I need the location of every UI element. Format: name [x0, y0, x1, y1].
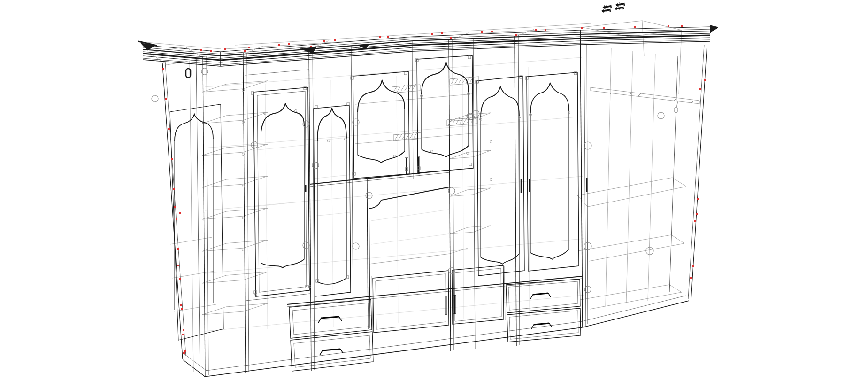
shelf-pin-circles-circle — [242, 89, 245, 92]
dark-structure-path — [287, 276, 582, 304]
carcass-gray-structure-path — [642, 21, 644, 56]
hardware-fastener-screws-path — [623, 7, 623, 9]
carcass-gray-structure-path — [450, 150, 491, 159]
carcass-gray-structure-path — [450, 226, 491, 234]
dark-structure-path — [580, 30, 583, 327]
dark-structure-path — [527, 72, 579, 271]
backdrop-faint-lines-path — [253, 145, 308, 150]
vertex-markers-square — [200, 49, 202, 51]
dark-structure-path — [289, 299, 372, 338]
mid-structure-path — [287, 279, 582, 307]
hinge-cup-circles-circle — [353, 243, 359, 249]
shelf-pin-circles-circle — [242, 121, 245, 124]
vertex-markers-square — [535, 29, 537, 31]
carcass-gray-structure-path — [626, 51, 633, 303]
cad-viewport — [0, 0, 868, 389]
vertex-markers-square — [224, 48, 226, 50]
fitting-plate-squares-square — [469, 163, 472, 166]
dark-structure-path — [452, 265, 504, 324]
backdrop-faint-lines-path — [205, 176, 583, 210]
vertex-markers-square — [387, 36, 389, 38]
vertex-markers-square — [692, 265, 694, 267]
mid-structure-path — [582, 296, 686, 321]
shelf-pin-circles-circle — [242, 217, 245, 219]
vertex-markers-square — [184, 350, 186, 352]
vertex-markers-square — [244, 50, 246, 52]
dark-structure-path — [358, 151, 405, 163]
vertex-markers-square — [248, 47, 250, 48]
backdrop-faint-lines-path — [314, 137, 350, 141]
hinge-cup-circles-circle — [152, 95, 158, 102]
mid-structure-path — [310, 172, 450, 187]
vertex-markers-square — [278, 44, 280, 46]
dark-structure-path — [582, 301, 689, 327]
dark-structure-path — [367, 179, 368, 329]
carcass-gray-structure-path — [369, 254, 450, 264]
hinge-cup-circles-circle — [584, 142, 591, 149]
dark-structure-path — [530, 83, 569, 113]
hatch-patches-and-rail-threads-path — [450, 77, 479, 85]
vertex-markers-square — [288, 43, 290, 45]
carcass-gray-structure-path — [174, 304, 216, 311]
backdrop-faint-lines-path — [314, 212, 350, 216]
dark-structure-path — [203, 56, 205, 376]
dark-structure-path — [317, 278, 346, 284]
vertex-markers-square — [668, 25, 669, 27]
drawer-handles-path — [533, 293, 548, 295]
carcass-gray-structure-path — [504, 266, 505, 320]
hinge-cup-circles-circle — [646, 247, 653, 255]
vertex-markers-square — [441, 32, 443, 34]
mid-structure-path — [473, 39, 475, 349]
dark-structure-path — [143, 60, 221, 66]
carcass-gray-structure-path — [648, 54, 655, 301]
vertex-markers-square — [697, 198, 699, 200]
dark-structure-path — [710, 25, 718, 33]
vertex-markers-square — [210, 50, 212, 52]
mid-structure-path — [292, 303, 369, 335]
hardware-fastener-screws — [602, 2, 624, 13]
shelf-pin-circles-circle — [295, 110, 297, 112]
mid-structure-path — [184, 354, 207, 371]
dark-structure-path — [317, 108, 346, 141]
vertex-markers-square — [165, 98, 167, 100]
backdrop-faint-lines-path — [397, 76, 398, 323]
dark-structure-path — [358, 80, 405, 112]
dark-structure-path — [449, 40, 451, 351]
vertex-markers-square — [699, 88, 701, 90]
dark-structure-path — [175, 114, 213, 141]
hardware-fastener-screws-path — [610, 9, 610, 12]
dark-structure-path — [481, 254, 519, 264]
dark-structure-path — [310, 170, 450, 184]
dark-structure — [138, 25, 718, 377]
vertex-markers-square — [323, 40, 325, 42]
dark-structure-path — [170, 104, 223, 340]
vertex-markers-square — [180, 304, 182, 306]
dark-structure-path — [162, 63, 183, 359]
vertex-markers-square — [173, 188, 175, 190]
fitting-plate-squares-square — [404, 72, 407, 75]
carcass-gray-structure-path — [606, 48, 611, 306]
vertex-markers-square — [179, 212, 181, 214]
hardware-fastener-screws-path — [624, 3, 624, 6]
carcass-gray-structure-path — [170, 237, 212, 244]
dark-structure-path — [530, 249, 569, 259]
vertex-markers-square — [174, 206, 176, 208]
hatch-patches-and-rail-threads — [392, 76, 695, 141]
vertex-markers-square — [690, 277, 692, 279]
vertex-markers-square — [545, 29, 546, 31]
vertex-markers-square — [681, 25, 683, 27]
mid-structure-path — [669, 56, 678, 292]
dark-structure-path — [253, 87, 309, 296]
mid-structure-path — [165, 62, 186, 356]
vertex-markers-square — [183, 352, 185, 354]
mid-structure-path — [247, 53, 249, 372]
hinge-cup-circles-circle — [448, 187, 455, 194]
hinge-cup-circles-circle — [658, 112, 664, 119]
dark-structure-path — [291, 332, 373, 371]
hinge-cup-circles-circle — [448, 267, 455, 274]
backdrop-faint-lines-path — [371, 234, 449, 244]
shelf-pin-circles-circle — [242, 249, 245, 251]
carcass-gray-structure-path — [679, 30, 682, 94]
mid-structure-path — [508, 281, 578, 310]
drawer-handles — [318, 293, 552, 355]
